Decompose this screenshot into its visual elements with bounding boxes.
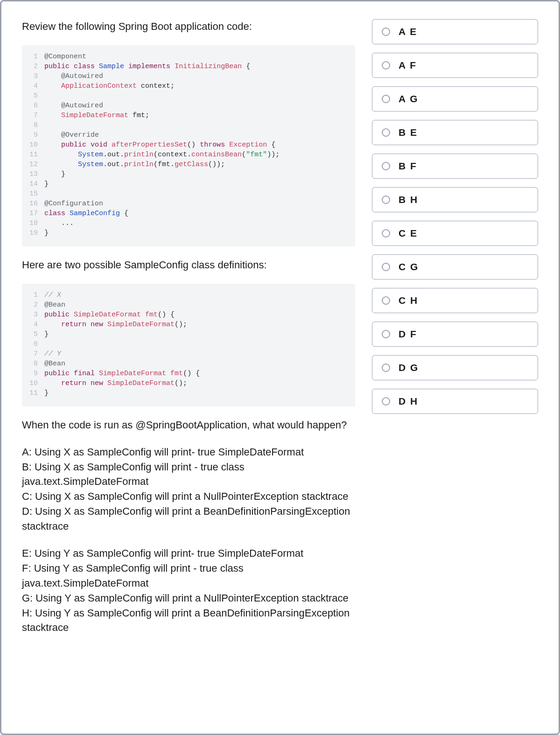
code-content: } [44,169,65,179]
code-line: 3 @Autowired [22,71,355,81]
code-line: 6 @Autowired [22,101,355,111]
option-description: F: Using Y as SampleConfig will print - … [22,561,355,591]
code-line: 4 ApplicationContext context; [22,81,355,91]
line-number: 2 [22,62,44,71]
code-line: 2public class Sample implements Initiali… [22,62,355,71]
code-line: 1// X [22,290,355,300]
code-line: 9 @Override [22,130,355,140]
line-number: 4 [22,320,44,329]
line-number: 1 [22,290,44,300]
code-content: @Configuration [44,199,103,209]
line-number: 5 [22,91,44,101]
code-content: @Override [44,130,99,140]
code-line: 4 return new SimpleDateFormat(); [22,320,355,329]
answer-choice[interactable]: D G [372,355,538,380]
question-mid: Here are two possible SampleConfig class… [22,258,355,273]
code-content: } [44,179,49,189]
code-content: // Y [44,349,61,359]
choice-label: B F [399,161,417,172]
choice-label: C G [399,261,419,273]
line-number: 13 [22,169,44,179]
radio-icon [382,162,390,170]
option-description: D: Using X as SampleConfig will print a … [22,504,355,534]
radio-icon [382,263,390,271]
code-line: 3public SimpleDateFormat fmt() { [22,310,355,320]
line-number: 8 [22,359,44,369]
radio-icon [382,128,390,137]
code-line: 14} [22,179,355,189]
radio-icon [382,28,390,36]
answer-choice[interactable]: C G [372,254,538,280]
question-intro: Review the following Spring Boot applica… [22,19,355,34]
code-line: 15 [22,189,355,199]
code-line: 11 System.out.println(context.containsBe… [22,150,355,160]
answer-explanations: When the code is run as @SpringBootAppli… [22,418,355,636]
options-x-group: A: Using X as SampleConfig will print- t… [22,445,355,534]
code-line: 8 [22,120,355,130]
radio-icon [382,61,390,70]
choice-label: A E [399,26,417,37]
code-content: } [44,388,49,398]
option-description: G: Using Y as SampleConfig will print a … [22,591,355,606]
line-number: 17 [22,209,44,218]
option-description: H: Using Y as SampleConfig will print a … [22,606,355,636]
line-number: 1 [22,52,44,62]
option-description: E: Using Y as SampleConfig will print- t… [22,546,355,561]
line-number: 3 [22,71,44,81]
code-content: @Bean [44,300,65,310]
line-number: 15 [22,189,44,199]
code-line: 17class SampleConfig { [22,209,355,218]
radio-icon [382,397,390,406]
answer-choice[interactable]: B F [372,154,538,179]
line-number: 7 [22,349,44,359]
line-number: 16 [22,199,44,209]
code-content: ... [44,218,74,228]
choice-label: B E [399,127,418,138]
choice-label: D F [399,329,417,340]
line-number: 11 [22,150,44,160]
answer-choice[interactable]: A F [372,53,538,78]
code-line: 6 [22,339,355,349]
options-y-group: E: Using Y as SampleConfig will print- t… [22,546,355,635]
answer-choice[interactable]: D F [372,322,538,347]
code-line: 9public final SimpleDateFormat fmt() { [22,369,355,378]
code-content: public SimpleDateFormat fmt() { [44,310,175,320]
line-number: 18 [22,218,44,228]
code-content: ApplicationContext context; [44,81,175,91]
code-content: } [44,329,49,339]
line-number: 11 [22,388,44,398]
line-number: 3 [22,310,44,320]
code-line: 5} [22,329,355,339]
code-line: 10 public void afterPropertiesSet() thro… [22,140,355,150]
question-prompt: When the code is run as @SpringBootAppli… [22,418,355,433]
answer-choice[interactable]: D H [372,389,538,414]
code-content: return new SimpleDateFormat(); [44,320,187,329]
line-number: 6 [22,339,44,349]
code-line: 19} [22,228,355,238]
code-line: 12 System.out.println(fmt.getClass()); [22,160,355,169]
answer-choice[interactable]: A G [372,86,538,112]
answer-choice[interactable]: B E [372,120,538,145]
code-content: SimpleDateFormat fmt; [44,111,149,120]
choice-label: C E [399,228,418,239]
answer-choice[interactable]: B H [372,187,538,212]
answer-choice[interactable]: A E [372,19,538,44]
line-number: 10 [22,140,44,150]
radio-icon [382,364,390,372]
line-number: 14 [22,179,44,189]
question-column: Review the following Spring Boot applica… [22,19,355,706]
radio-icon [382,196,390,204]
answer-choices-column: A EA FA GB EB FB HC EC GC HD FD GD H [372,19,538,706]
line-number: 12 [22,160,44,169]
radio-icon [382,95,390,103]
line-number: 4 [22,81,44,91]
code-content: @Autowired [44,71,103,81]
answer-choice[interactable]: C E [372,221,538,246]
code-content: @Bean [44,359,65,369]
choice-label: D H [399,396,418,407]
code-line: 18 ... [22,218,355,228]
code-content: public final SimpleDateFormat fmt() { [44,369,200,378]
line-number: 19 [22,228,44,238]
answer-choice[interactable]: C H [372,288,538,313]
line-number: 2 [22,300,44,310]
